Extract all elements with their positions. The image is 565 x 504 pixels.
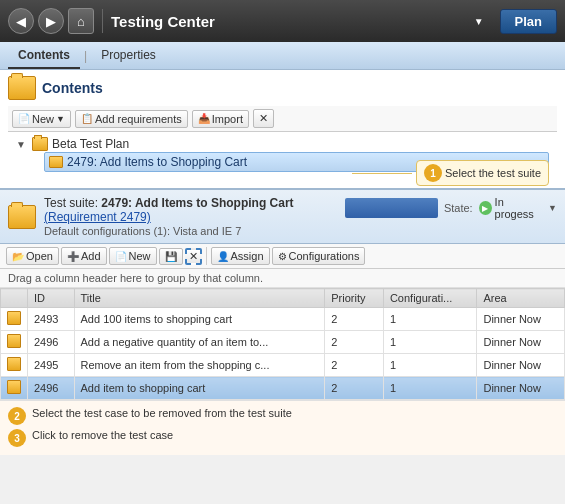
state-dropdown-arrow[interactable]: ▼: [548, 203, 557, 213]
row-icon-cell: [1, 377, 28, 400]
tab-properties[interactable]: Properties: [91, 43, 166, 69]
suite-title: Test suite: 2479: Add Items to Shopping …: [44, 196, 345, 224]
state-value: ▶ In progess: [479, 196, 542, 220]
toolbar2-sep: [206, 247, 207, 265]
nav-dropdown-arrow[interactable]: ▼: [474, 16, 484, 27]
close-icon: ✕: [259, 112, 268, 125]
row-priority: 2: [325, 308, 384, 331]
top-nav: ◀ ▶ ⌂ Testing Center ▼ Plan: [0, 0, 565, 42]
state-label: State:: [444, 202, 473, 214]
row-config: 1: [383, 331, 477, 354]
configurations-button[interactable]: ⚙ Configurations: [272, 247, 366, 265]
col-title[interactable]: Title: [74, 289, 325, 308]
home-button[interactable]: ⌂: [68, 8, 94, 34]
row-area: Dinner Now: [477, 331, 565, 354]
contents-folder-icon: [8, 76, 36, 100]
suite-header: Test suite: 2479: Add Items to Shopping …: [0, 190, 565, 244]
row-config: 1: [383, 308, 477, 331]
callout2-text: Select the test case to be removed from …: [32, 407, 292, 419]
suite-title-prefix: Test suite:: [44, 196, 101, 210]
col-priority[interactable]: Priority: [325, 289, 384, 308]
table-row[interactable]: 2495 Remove an item from the shopping c.…: [1, 354, 565, 377]
state-input-box: [345, 198, 438, 218]
contents-toolbar: 📄 New ▼ 📋 Add requirements 📥 Import ✕: [8, 106, 557, 132]
callout1-text: Select the test suite: [445, 167, 541, 179]
close-button[interactable]: ✕: [253, 109, 274, 128]
open-icon: 📂: [12, 251, 24, 262]
row-icon-cell: [1, 308, 28, 331]
save-icon: 💾: [165, 251, 177, 262]
suite-new-button[interactable]: 📄 New: [109, 247, 157, 265]
row-area: Dinner Now: [477, 354, 565, 377]
forward-button[interactable]: ▶: [38, 8, 64, 34]
add-req-icon: 📋: [81, 113, 93, 124]
tab-bar: Contents | Properties: [0, 42, 565, 70]
test-table: ID Title Priority Configurati... Area 24…: [0, 288, 565, 400]
import-icon: 📥: [198, 113, 210, 124]
callout1: 1 Select the test suite: [416, 160, 549, 186]
tab-separator: |: [84, 49, 87, 63]
tab-contents[interactable]: Contents: [8, 43, 80, 69]
import-label: Import: [212, 113, 243, 125]
open-button[interactable]: 📂 Open: [6, 247, 59, 265]
new-dropdown-arrow[interactable]: ▼: [56, 114, 65, 124]
row-icon: [7, 380, 21, 394]
row-icon: [7, 357, 21, 371]
remove-icon: ✕: [189, 250, 198, 263]
suite-req-link[interactable]: (Requirement 2479): [44, 210, 151, 224]
suite-toolbar: 📂 Open ➕ Add 📄 New 💾 ✕ 👤 Assign ⚙ Config…: [0, 244, 565, 269]
tree-child-label: 2479: Add Items to Shopping Cart: [67, 155, 247, 169]
row-icon: [7, 334, 21, 348]
suite-folder-icon: [8, 205, 36, 229]
assign-icon: 👤: [217, 251, 229, 262]
callout1-number: 1: [424, 164, 442, 182]
save-button[interactable]: 💾: [159, 248, 183, 265]
contents-header: Contents: [8, 76, 557, 100]
assign-label: Assign: [231, 250, 264, 262]
callout1-line: [352, 173, 412, 174]
assign-button[interactable]: 👤 Assign: [211, 247, 270, 265]
row-config: 1: [383, 377, 477, 400]
state-area: State: ▶ In progess ▼: [345, 196, 557, 220]
open-label: Open: [26, 250, 53, 262]
nav-title: Testing Center: [111, 13, 466, 30]
new-icon: 📄: [18, 113, 30, 124]
add-requirements-button[interactable]: 📋 Add requirements: [75, 110, 188, 128]
import-button[interactable]: 📥 Import: [192, 110, 249, 128]
col-id[interactable]: ID: [28, 289, 75, 308]
add-req-label: Add requirements: [95, 113, 182, 125]
callout3-text: Click to remove the test case: [32, 429, 173, 441]
new-button[interactable]: 📄 New ▼: [12, 110, 71, 128]
col-config[interactable]: Configurati...: [383, 289, 477, 308]
contents-panel: Contents 📄 New ▼ 📋 Add requirements 📥 Im…: [0, 70, 565, 190]
table-row-selected[interactable]: 2496 Add item to shopping cart 2 1 Dinne…: [1, 377, 565, 400]
remove-button[interactable]: ✕: [185, 248, 202, 265]
row-title: Add 100 items to shopping cart: [74, 308, 325, 331]
add-button[interactable]: ➕ Add: [61, 247, 107, 265]
bottom-panel: Test suite: 2479: Add Items to Shopping …: [0, 190, 565, 455]
plan-button[interactable]: Plan: [500, 9, 557, 34]
row-icon-cell: [1, 354, 28, 377]
tree-expand-arrow[interactable]: ▼: [16, 139, 28, 150]
back-button[interactable]: ◀: [8, 8, 34, 34]
table-header-row: ID Title Priority Configurati... Area: [1, 289, 565, 308]
tree-folder-icon: [32, 137, 48, 151]
table-container: ID Title Priority Configurati... Area 24…: [0, 288, 565, 455]
annotation3: 3 Click to remove the test case: [8, 429, 557, 447]
table-row[interactable]: 2493 Add 100 items to shopping cart 2 1 …: [1, 308, 565, 331]
row-id: 2493: [28, 308, 75, 331]
suite-header-left: Test suite: 2479: Add Items to Shopping …: [8, 196, 345, 237]
table-row[interactable]: 2496 Add a negative quantity of an item …: [1, 331, 565, 354]
row-config: 1: [383, 354, 477, 377]
play-icon: ▶: [479, 201, 492, 215]
contents-panel-title: Contents: [42, 80, 103, 96]
callout1-container: 1 Select the test suite: [352, 160, 549, 186]
tree-parent-label: Beta Test Plan: [52, 137, 129, 151]
add-icon: ➕: [67, 251, 79, 262]
new-label: New: [32, 113, 54, 125]
add-label: Add: [81, 250, 101, 262]
row-area: Dinner Now: [477, 308, 565, 331]
row-priority: 2: [325, 354, 384, 377]
row-id: 2496: [28, 331, 75, 354]
col-area[interactable]: Area: [477, 289, 565, 308]
